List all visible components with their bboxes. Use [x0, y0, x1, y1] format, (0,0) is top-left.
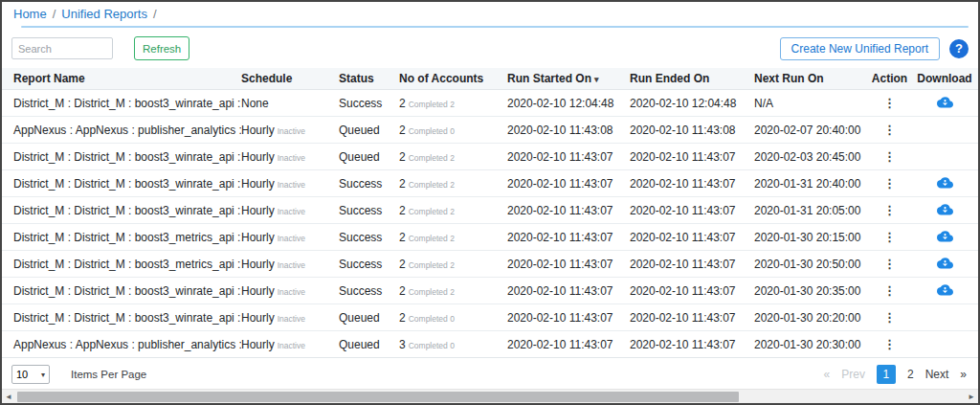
- breadcrumb-home-link[interactable]: Home: [13, 7, 47, 21]
- schedule-inactive-tag: Inactive: [278, 126, 305, 136]
- accounts-completed-note: Completed 2: [409, 260, 455, 270]
- scroll-right-icon[interactable]: ►: [965, 390, 978, 404]
- unified-reports-table: Report Name Schedule Status No of Accoun…: [2, 68, 978, 358]
- refresh-button[interactable]: Refresh: [134, 36, 189, 60]
- status-cell: Success: [339, 177, 399, 191]
- sort-desc-icon: ▾: [594, 75, 599, 84]
- scroll-left-icon[interactable]: ◄: [2, 390, 15, 404]
- action-cell: ⋮: [868, 338, 911, 351]
- status-cell: Success: [339, 258, 399, 271]
- report-name-cell: District_M : District_M : boost3_winrate…: [2, 177, 241, 191]
- status-cell: Success: [339, 204, 399, 217]
- accounts-cell: 2Completed 0: [399, 124, 507, 137]
- horizontal-scrollbar[interactable]: ◄ ►: [2, 389, 978, 403]
- action-cell: ⋮: [868, 124, 911, 137]
- search-input[interactable]: [11, 37, 113, 59]
- table-row: District_M : District_M : boost3_metrics…: [2, 224, 978, 251]
- next-run-cell: 2020-02-03 20:45:00: [754, 150, 868, 164]
- accounts-completed-note: Completed 2: [409, 287, 455, 297]
- accounts-cell: 2Completed 2: [399, 284, 507, 298]
- run-started-cell: 2020-02-10 11:43:07: [507, 177, 630, 191]
- accounts-completed-note: Completed 0: [409, 341, 455, 350]
- action-cell: ⋮: [868, 97, 911, 110]
- next-arrow-button[interactable]: »: [960, 368, 967, 381]
- accounts-completed-note: Completed 2: [409, 234, 455, 243]
- kebab-menu-icon[interactable]: ⋮: [883, 124, 896, 136]
- column-header-run-ended-on: Run Ended On: [630, 72, 754, 85]
- next-run-cell: 2020-01-30 20:50:00: [754, 258, 868, 271]
- status-cell: Success: [339, 97, 399, 110]
- schedule-cell: HourlyInactive: [241, 124, 339, 137]
- schedule-inactive-tag: Inactive: [278, 180, 305, 190]
- cloud-download-icon[interactable]: [937, 96, 953, 108]
- kebab-menu-icon[interactable]: ⋮: [883, 311, 896, 324]
- kebab-menu-icon[interactable]: ⋮: [883, 204, 896, 216]
- breadcrumb-unified-reports-link[interactable]: Unified Reports: [61, 7, 147, 21]
- schedule-inactive-tag: Inactive: [278, 260, 305, 270]
- kebab-menu-icon[interactable]: ⋮: [883, 231, 896, 243]
- schedule-cell: HourlyInactive: [241, 338, 339, 351]
- table-row: District_M : District_M : boost3_winrate…: [2, 278, 978, 304]
- accounts-completed-note: Completed 2: [409, 207, 455, 216]
- cloud-download-icon[interactable]: [937, 283, 953, 296]
- schedule-inactive-tag: Inactive: [278, 341, 305, 350]
- help-icon[interactable]: ?: [949, 39, 969, 58]
- cloud-download-icon[interactable]: [937, 203, 953, 215]
- kebab-menu-icon[interactable]: ⋮: [883, 97, 896, 109]
- next-button[interactable]: Next: [925, 368, 949, 381]
- cloud-download-icon[interactable]: [937, 176, 953, 189]
- table-footer: 10 ▾ Items Per Page « Prev 1 2 Next »: [2, 358, 978, 389]
- kebab-menu-icon[interactable]: ⋮: [883, 177, 896, 190]
- report-name-cell: District_M : District_M : boost3_winrate…: [2, 150, 241, 164]
- table-row: District_M : District_M : boost3_winrate…: [2, 144, 978, 170]
- items-per-page-select[interactable]: 10 ▾: [11, 365, 50, 384]
- cloud-download-icon[interactable]: [937, 257, 953, 269]
- run-ended-cell: 2020-02-10 11:43:07: [630, 177, 754, 191]
- column-header-status: Status: [339, 72, 399, 85]
- schedule-inactive-tag: Inactive: [278, 314, 305, 324]
- column-header-schedule: Schedule: [241, 72, 339, 85]
- download-cell: [911, 310, 978, 326]
- run-ended-cell: 2020-02-10 11:43:07: [630, 150, 754, 164]
- run-started-cell: 2020-02-10 11:43:07: [507, 258, 630, 271]
- prev-arrow-button[interactable]: «: [824, 368, 831, 381]
- page-1-button[interactable]: 1: [877, 365, 896, 384]
- download-cell: [911, 149, 978, 165]
- report-name-cell: District_M : District_M : boost3_metrics…: [2, 231, 241, 244]
- cloud-download-icon[interactable]: [937, 230, 953, 242]
- table-row: District_M : District_M : boost3_metrics…: [2, 251, 978, 278]
- dropdown-caret-icon: ▾: [41, 371, 45, 379]
- kebab-menu-icon[interactable]: ⋮: [883, 338, 896, 350]
- schedule-inactive-tag: Inactive: [278, 207, 305, 216]
- accounts-cell: 2Completed 2: [399, 150, 507, 164]
- run-started-cell: 2020-02-10 11:43:07: [507, 150, 630, 164]
- schedule-cell: HourlyInactive: [241, 150, 339, 164]
- accounts-cell: 2Completed 2: [399, 97, 507, 110]
- scrollbar-track[interactable]: [15, 392, 965, 402]
- schedule-inactive-tag: Inactive: [278, 153, 305, 163]
- column-header-action: Action: [868, 72, 911, 85]
- action-cell: ⋮: [868, 231, 911, 244]
- scrollbar-thumb[interactable]: [17, 392, 739, 402]
- download-cell: [911, 96, 978, 111]
- accounts-completed-note: Completed 2: [409, 180, 455, 190]
- schedule-inactive-tag: Inactive: [278, 287, 305, 297]
- table-row: District_M : District_M : boost3_winrate…: [2, 197, 978, 224]
- download-cell: [911, 283, 978, 299]
- create-new-unified-report-button[interactable]: Create New Unified Report: [780, 37, 940, 60]
- next-run-cell: N/A: [754, 97, 868, 110]
- kebab-menu-icon[interactable]: ⋮: [883, 258, 896, 270]
- page-2-button[interactable]: 2: [907, 368, 914, 381]
- kebab-menu-icon[interactable]: ⋮: [883, 150, 896, 163]
- table-row: AppNexus : AppNexus : publisher_analytic…: [2, 331, 978, 358]
- report-name-cell: District_M : District_M : boost3_winrate…: [2, 284, 241, 298]
- status-cell: Queued: [339, 150, 399, 164]
- schedule-cell: HourlyInactive: [241, 177, 339, 191]
- schedule-cell: HourlyInactive: [241, 258, 339, 271]
- unified-reports-page: Home / Unified Reports / Refresh Create …: [0, 0, 980, 405]
- kebab-menu-icon[interactable]: ⋮: [883, 284, 896, 297]
- prev-button[interactable]: Prev: [841, 368, 865, 381]
- status-cell: Queued: [339, 124, 399, 137]
- accounts-completed-note: Completed 0: [409, 314, 455, 324]
- column-header-run-started-on[interactable]: Run Started On▾: [507, 72, 630, 85]
